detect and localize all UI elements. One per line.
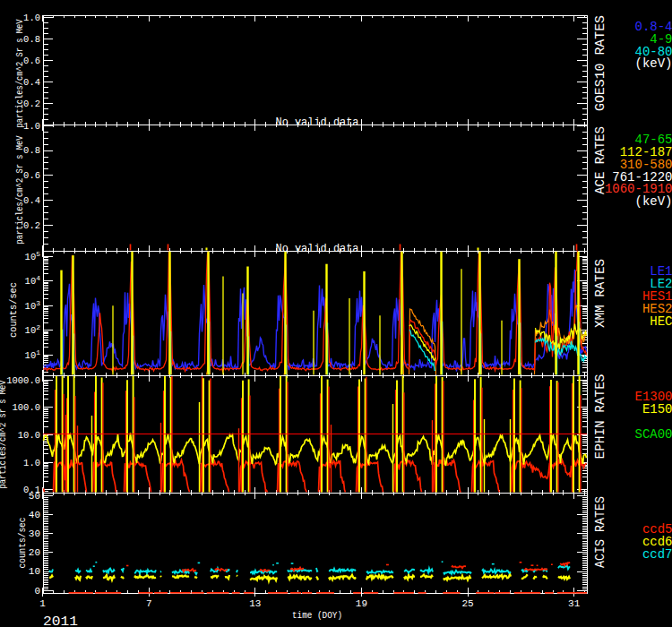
svg-text:GOES10 RATES: GOES10 RATES	[593, 15, 607, 111]
svg-text:1.0: 1.0	[23, 121, 40, 132]
svg-text:1: 1	[39, 598, 46, 609]
svg-text:No valid data: No valid data	[276, 116, 359, 129]
svg-text:2011: 2011	[43, 614, 78, 627]
svg-text:0.2: 0.2	[23, 220, 40, 231]
svg-text:1000.0: 1000.0	[6, 375, 40, 386]
svg-text:20: 20	[29, 547, 40, 558]
svg-text:particles/cm^2 Sr s MeV: particles/cm^2 Sr s MeV	[14, 135, 25, 245]
svg-text:1.0: 1.0	[23, 13, 40, 23]
svg-text:10: 10	[29, 566, 40, 577]
svg-text:40: 40	[29, 510, 40, 520]
svg-text:0.4: 0.4	[23, 77, 40, 88]
svg-text:30: 30	[29, 528, 40, 539]
svg-text:13: 13	[249, 598, 261, 609]
svg-text:0.6: 0.6	[23, 56, 40, 66]
svg-text:E150: E150	[642, 402, 672, 417]
svg-text:(keV): (keV)	[634, 194, 672, 209]
svg-text:0.6: 0.6	[23, 170, 40, 181]
svg-text:7: 7	[146, 598, 152, 609]
svg-text:HEC: HEC	[650, 314, 672, 329]
svg-text:1.0: 1.0	[23, 458, 40, 468]
svg-text:50: 50	[29, 491, 40, 502]
svg-text:0.2: 0.2	[23, 99, 40, 109]
svg-text:XMM RATES: XMM RATES	[593, 259, 607, 328]
svg-text:particles/cm^2 Sr s MeV: particles/cm^2 Sr s MeV	[14, 19, 25, 128]
svg-text:particles/cm^2 sr s MeV: particles/cm^2 sr s MeV	[0, 380, 8, 489]
svg-text:31: 31	[568, 598, 581, 609]
svg-text:19: 19	[356, 598, 367, 609]
svg-text:0: 0	[34, 586, 40, 597]
svg-text:0.8: 0.8	[23, 34, 40, 45]
svg-text:25: 25	[461, 598, 473, 609]
svg-text:No valid data: No valid data	[276, 243, 359, 255]
svg-text:counts/sec: counts/sec	[8, 282, 19, 338]
svg-text:EPHIN RATES: EPHIN RATES	[593, 374, 607, 460]
svg-text:counts/sec: counts/sec	[17, 518, 28, 569]
svg-text:(keV): (keV)	[634, 56, 672, 71]
svg-text:SCA00: SCA00	[634, 427, 672, 442]
svg-text:100.0: 100.0	[12, 402, 40, 413]
svg-text:ccd7: ccd7	[642, 547, 672, 562]
svg-text:0.4: 0.4	[23, 195, 40, 206]
svg-text:ACIS RATES: ACIS RATES	[593, 496, 607, 568]
svg-text:time (DOY): time (DOY)	[292, 610, 342, 621]
svg-text:10.0: 10.0	[18, 430, 40, 441]
svg-text:0.8: 0.8	[23, 145, 40, 156]
